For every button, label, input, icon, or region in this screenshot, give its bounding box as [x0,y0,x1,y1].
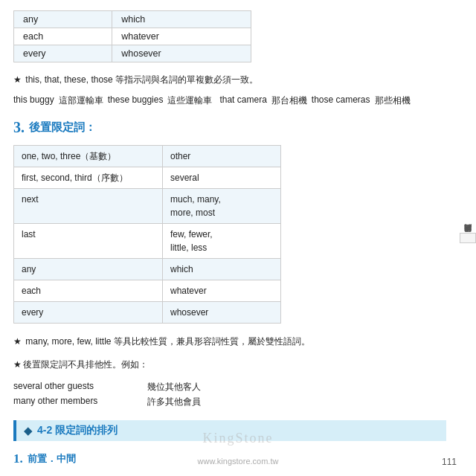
section42-header: ◆ 4-2 限定詞的排列 [13,420,446,441]
two-col-zh: 許多其他會員 [147,396,201,408]
grammar-cell: which [163,259,281,280]
page-number: 111 [442,457,457,467]
section42-title: 4-2 限定詞的排列 [37,424,118,437]
grammar-cell: first, second, third（序數） [14,167,163,189]
grammar-cell: next [14,189,163,224]
grammar-cell: several [163,167,281,189]
two-col-en: several other guests [13,381,147,393]
vocab-cell: every [14,45,112,62]
zh-word-4: 那些相機 [375,94,411,107]
zh-word-3: 那台相機 [271,94,307,107]
vocab-cell: each [14,28,112,45]
side-tab-text: 複合名詞與限定詞的用法 [460,233,476,243]
star-symbol-1: ★ [13,74,22,85]
grammar-cell: few, fewer, little, less [163,224,281,259]
vocab-cell: whatever [112,28,251,45]
vocab-cell: any [14,11,112,28]
grammar-cell: one, two, three（基數） [14,146,163,167]
main-content: anywhicheachwhatevereverywhosever ★ this… [0,0,460,476]
vocab-table: anywhicheachwhatevereverywhosever [13,10,251,62]
star-symbol-2: ★ [13,336,22,347]
grammar-cell: every [14,302,163,324]
star-symbol-3: ★ [13,359,22,370]
two-col-row: many other members許多其他會員 [13,396,446,408]
section3-title: 後置限定詞： [29,120,96,135]
grammar-cell: each [14,280,163,302]
two-col-row: several other guests幾位其他客人 [13,381,446,393]
grammar-cell: other [163,146,281,167]
example-word-group-2: that camera 那台相機 those cameras 那些相機 [219,94,410,107]
grammar-cell: last [14,224,163,259]
star-note-1: ★ this, that, these, those 等指示詞與名詞的單複數必須… [13,73,446,87]
sub-section1-number: 1. [13,451,23,466]
two-col-examples: several other guests幾位其他客人many other mem… [13,381,446,408]
grammar-cell: whatever [163,280,281,302]
en-word-3: that camera [219,94,266,107]
section3-header: 3. 後置限定詞： [13,119,446,136]
grammar-cell: much, many, more, most [163,189,281,224]
star-note-3: ★後置限定詞不具排他性。例如： [13,358,446,372]
sub-section1-title: 前置．中間 [28,452,76,466]
grammar-cell: whosever [163,302,281,324]
website: www.kingstore.com.tw [198,457,279,466]
example-word-group-1: this buggy 這部運輸車 these buggies 這些運輸車 [13,94,212,107]
two-col-zh: 幾位其他客人 [147,381,201,393]
side-tab: 複合名詞與限定詞的用法 [460,0,476,476]
section3-number: 3. [13,119,25,136]
en-word-2: these buggies [108,94,164,107]
grammar-cell: any [14,259,163,280]
vocab-cell: which [112,11,251,28]
example-words: this buggy 這部運輸車 these buggies 這些運輸車 tha… [13,94,446,107]
zh-word-1: 這部運輸車 [59,94,103,107]
star-note-2: ★ many, more, few, little 等具比較性質，兼具形容詞性質… [13,335,446,349]
zh-word-2: 這些運輸車 [167,94,212,107]
grammar-table: one, two, three（基數）otherfirst, second, t… [13,145,281,324]
two-col-en: many other members [13,396,147,408]
en-word-4: those cameras [312,94,370,107]
page-container: anywhicheachwhatevereverywhosever ★ this… [0,0,476,476]
vocab-cell: whosever [112,45,251,62]
en-word-1: this buggy [13,94,54,107]
